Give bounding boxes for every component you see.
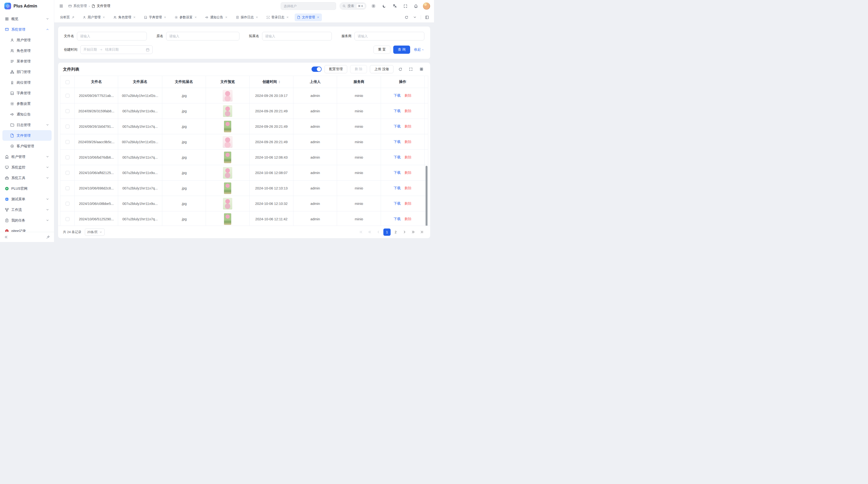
sidebar-item-log-mgmt[interactable]: 日志管理	[2, 120, 52, 130]
file-preview-thumbnail[interactable]	[223, 167, 232, 179]
file-preview-thumbnail[interactable]	[224, 213, 231, 225]
language-button[interactable]	[391, 2, 398, 10]
created-time-range-picker[interactable]: 开始日期 结束日期	[80, 45, 153, 54]
pagination-last-button[interactable]	[418, 228, 425, 236]
sidebar-item-system-monitor[interactable]: 系统监控	[2, 162, 52, 172]
download-link[interactable]: 下载	[394, 171, 401, 174]
tab-close-button[interactable]	[133, 16, 136, 19]
delete-link[interactable]: 删除	[405, 171, 411, 174]
settings-button[interactable]	[370, 2, 377, 10]
tab-file-mgmt[interactable]: 文件管理	[294, 13, 322, 21]
tab-close-button[interactable]	[164, 16, 166, 19]
breadcrumb-system-mgmt[interactable]: 系统管理	[68, 4, 87, 8]
sidebar-item-notice[interactable]: 通知公告	[2, 109, 52, 120]
reset-button[interactable]: 重 置	[373, 45, 390, 54]
pagination-first-button[interactable]	[357, 228, 365, 236]
user-avatar[interactable]	[423, 2, 430, 10]
hamburger-menu-button[interactable]	[58, 2, 65, 10]
fullscreen-list-button[interactable]	[407, 65, 415, 73]
download-link[interactable]: 下载	[394, 155, 401, 159]
tab-pin-button[interactable]	[72, 16, 74, 19]
sidebar-item-workflow[interactable]: 工作流	[2, 204, 52, 215]
file-preview-thumbnail[interactable]	[223, 198, 232, 209]
sidebar-item-dict-mgmt[interactable]: 字典管理	[2, 88, 52, 98]
search-button[interactable]: 查 询	[393, 45, 410, 54]
sidebar-item-menu-mgmt[interactable]: 菜单管理	[2, 56, 52, 67]
sidebar-item-overview[interactable]: 概览	[2, 13, 52, 24]
row-checkbox[interactable]	[66, 186, 69, 190]
fullscreen-button[interactable]	[402, 2, 409, 10]
download-link[interactable]: 下载	[394, 186, 401, 190]
page-size-select[interactable]: 20条/页	[85, 228, 105, 236]
download-link[interactable]: 下载	[394, 217, 401, 221]
delete-link[interactable]: 删除	[405, 124, 411, 128]
sidebar-item-user-mgmt[interactable]: 用户管理	[2, 35, 52, 45]
sidebar-item-role-mgmt[interactable]: 角色管理	[2, 45, 52, 56]
pagination-next-more-button[interactable]	[409, 228, 416, 236]
notifications-button[interactable]	[412, 2, 420, 10]
sidebar-item-file-mgmt[interactable]: 文件管理	[2, 130, 52, 141]
delete-link[interactable]: 删除	[405, 140, 411, 144]
tenant-select[interactable]	[281, 2, 336, 10]
file-preview-thumbnail[interactable]	[223, 90, 232, 101]
tab-login-log[interactable]: 登录日志	[264, 13, 291, 21]
pagination-prev-button[interactable]	[375, 228, 382, 236]
sidebar-item-test-menu[interactable]: 测试菜单	[2, 194, 52, 204]
tab-dict-mgmt[interactable]: 字典管理	[142, 13, 169, 21]
layout-settings-button[interactable]	[424, 14, 431, 21]
row-checkbox[interactable]	[66, 217, 69, 221]
sidebar-item-system-mgmt[interactable]: 系统管理	[2, 24, 52, 35]
row-checkbox[interactable]	[66, 156, 69, 159]
sidebar-item-param-settings[interactable]: 参数设置	[2, 98, 52, 109]
tab-options-button[interactable]	[411, 14, 418, 21]
row-checkbox[interactable]	[66, 140, 69, 144]
file-preview-thumbnail[interactable]	[224, 183, 231, 194]
tab-close-button[interactable]	[194, 16, 197, 19]
file-preview-thumbnail[interactable]	[224, 152, 231, 163]
tab-close-button[interactable]	[225, 16, 227, 19]
global-search-button[interactable]: 搜索 ⌘ K	[340, 2, 367, 10]
breadcrumb-file-mgmt[interactable]: 文件管理	[92, 4, 110, 8]
table-scrollbar[interactable]	[426, 166, 428, 226]
logo[interactable]: Plus Admin	[0, 0, 54, 12]
sidebar-item-my-tasks[interactable]: 我的任务	[2, 215, 52, 226]
delete-link[interactable]: 删除	[405, 155, 411, 159]
tab-analysis[interactable]: 分析页	[58, 13, 77, 21]
delete-link[interactable]: 删除	[405, 94, 411, 97]
sidebar-item-client-mgmt[interactable]: 客户端管理	[2, 141, 52, 151]
sort-control[interactable]: ▲▼	[278, 80, 280, 84]
config-management-button[interactable]: 配置管理	[324, 65, 347, 73]
file-name-input[interactable]	[77, 32, 147, 40]
row-checkbox[interactable]	[66, 125, 69, 128]
dark-mode-button[interactable]	[380, 2, 388, 10]
tab-close-button[interactable]	[255, 16, 258, 19]
row-checkbox[interactable]	[66, 94, 69, 98]
pagination-prev-more-button[interactable]	[366, 228, 373, 236]
download-link[interactable]: 下载	[394, 94, 401, 97]
tab-notice[interactable]: 通知公告	[203, 13, 230, 21]
provider-input[interactable]	[354, 32, 424, 40]
tab-close-button[interactable]	[102, 16, 105, 19]
download-link[interactable]: 下载	[394, 109, 401, 113]
extension-input[interactable]	[262, 32, 332, 40]
collapse-sidebar-button[interactable]	[3, 234, 9, 240]
delete-link[interactable]: 删除	[405, 186, 411, 190]
delete-link[interactable]: 删除	[405, 217, 411, 221]
delete-link[interactable]: 删除	[405, 109, 411, 113]
row-checkbox[interactable]	[66, 109, 69, 113]
select-all-checkbox[interactable]	[66, 80, 69, 84]
row-checkbox[interactable]	[66, 171, 69, 175]
sidebar-item-tenant-mgmt[interactable]: 租户管理	[2, 151, 52, 162]
pagination-next-button[interactable]	[401, 228, 408, 236]
collapse-filter-link[interactable]: 收起	[414, 47, 424, 52]
download-link[interactable]: 下载	[394, 124, 401, 128]
download-link[interactable]: 下载	[394, 140, 401, 144]
original-name-input[interactable]	[166, 32, 240, 40]
refresh-page-button[interactable]	[403, 14, 410, 21]
file-preview-thumbnail[interactable]	[223, 105, 232, 117]
upload-button[interactable]: 上传 没做	[370, 65, 394, 73]
tab-close-button[interactable]	[286, 16, 289, 19]
tab-param-settings[interactable]: 参数设置	[172, 13, 199, 21]
tab-user-mgmt[interactable]: 用户管理	[80, 13, 107, 21]
tab-operation-log[interactable]: 操作日志	[234, 13, 261, 21]
